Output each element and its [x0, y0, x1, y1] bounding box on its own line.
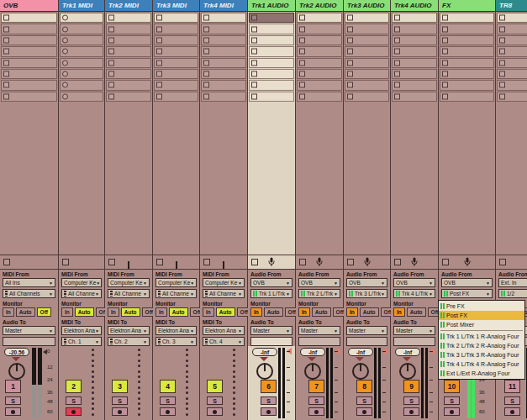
clip-slot-stop-button[interactable] — [394, 15, 400, 21]
clip-slot[interactable] — [106, 58, 151, 68]
clip-slot-stop-button[interactable] — [3, 82, 9, 88]
clip-slot-record-button[interactable] — [62, 49, 68, 55]
clip-slot-stop-button[interactable] — [156, 82, 162, 88]
menu-item[interactable]: Post Mixer — [439, 320, 524, 329]
clip-slot-stop-button[interactable] — [108, 15, 114, 21]
clip-slot-stop-button[interactable] — [299, 26, 305, 32]
clip-slot[interactable] — [60, 24, 103, 34]
input-channel-chooser[interactable]: Trk 4 L/Trk ▼ — [393, 289, 435, 298]
clip-slot[interactable] — [297, 58, 342, 68]
track-header[interactable]: Trk2 AUDIO — [296, 0, 343, 12]
track-header[interactable]: Trk4 MIDI — [200, 0, 247, 12]
stop-all-clips-button[interactable] — [499, 259, 506, 265]
clip-slot[interactable] — [392, 46, 437, 56]
clip-slot-stop-button[interactable] — [108, 71, 114, 77]
clip-slot-stop-button[interactable] — [203, 37, 209, 43]
clip-slot[interactable] — [497, 80, 527, 90]
clip-slot-stop-button[interactable] — [203, 15, 209, 21]
clip-slot[interactable] — [345, 24, 389, 34]
solo-button[interactable]: S — [112, 396, 128, 405]
pan-knob[interactable] — [304, 363, 321, 380]
solo-button[interactable]: S — [504, 396, 520, 405]
track-activator-button[interactable]: 5 — [207, 380, 223, 393]
track-activator-button[interactable]: 8 — [356, 380, 372, 393]
monitor-auto-button[interactable]: Auto — [264, 307, 283, 317]
clip-slot[interactable] — [440, 58, 494, 68]
monitor-auto-button[interactable]: Auto — [169, 307, 188, 317]
clip-slot[interactable] — [154, 69, 198, 79]
track-header[interactable]: OVB — [0, 0, 58, 12]
track-header[interactable]: Trk1 AUDIO — [248, 0, 295, 12]
arm-button[interactable] — [403, 407, 419, 416]
track-header[interactable]: Trk1 MIDI — [59, 0, 104, 12]
volume-display[interactable]: -20.56 — [4, 348, 29, 356]
arm-button[interactable] — [112, 407, 128, 416]
clip-slot-stop-button[interactable] — [251, 93, 257, 99]
clip-slot[interactable] — [440, 92, 494, 102]
clip-slot-stop-button[interactable] — [442, 71, 448, 77]
clip-slot[interactable] — [440, 46, 494, 56]
clip-slot[interactable] — [201, 69, 246, 79]
stop-all-clips-button[interactable] — [347, 259, 354, 265]
solo-button[interactable]: S — [444, 396, 460, 405]
clip-slot-stop-button[interactable] — [156, 26, 162, 32]
monitor-auto-button[interactable]: Auto — [16, 307, 35, 317]
input-type-chooser[interactable]: OVB ▼ — [393, 278, 435, 287]
stop-all-clips-button[interactable] — [442, 259, 449, 265]
solo-button[interactable]: S — [308, 396, 324, 405]
clip-slot-stop-button[interactable] — [203, 26, 209, 32]
arm-button[interactable] — [308, 407, 324, 416]
clip-slot-stop-button[interactable] — [156, 60, 162, 66]
stop-all-clips-button[interactable] — [203, 259, 210, 265]
monitor-in-button[interactable]: In — [393, 307, 405, 317]
clip-slot-stop-button[interactable] — [394, 60, 400, 66]
clip-slot[interactable] — [345, 13, 389, 23]
clip-slot[interactable] — [249, 58, 294, 68]
clip-slot[interactable] — [497, 24, 527, 34]
clip-slot[interactable] — [154, 35, 198, 45]
clip-slot[interactable] — [1, 69, 57, 79]
clip-slot[interactable] — [440, 13, 494, 23]
input-type-chooser[interactable]: Computer Ke ▼ — [203, 278, 245, 287]
input-type-chooser[interactable]: Computer Ke ▼ — [108, 278, 150, 287]
clip-slot[interactable] — [201, 13, 246, 23]
monitor-in-button[interactable]: In — [346, 307, 358, 317]
empty-routing-slot[interactable] — [346, 337, 387, 346]
monitor-auto-button[interactable]: Auto — [360, 307, 379, 317]
clip-slot[interactable] — [297, 35, 342, 45]
menu-item[interactable]: Post FX — [439, 311, 524, 320]
clip-slot[interactable] — [1, 24, 57, 34]
clip-slot[interactable] — [106, 13, 151, 23]
solo-button[interactable]: S — [261, 396, 277, 405]
input-type-chooser[interactable]: Computer Ke ▼ — [155, 278, 197, 287]
menu-item[interactable]: Trk 2 L/Trk 2 R-Analog Four — [439, 341, 524, 350]
clip-slot[interactable] — [106, 80, 151, 90]
clip-slot[interactable] — [392, 24, 437, 34]
clip-slot[interactable] — [345, 35, 389, 45]
clip-slot[interactable] — [497, 46, 527, 56]
clip-slot-stop-button[interactable] — [499, 49, 505, 55]
clip-slot[interactable] — [297, 69, 342, 79]
output-chooser[interactable]: Elektron Ana ▼ — [203, 326, 245, 335]
output-chooser[interactable]: Master ▼ — [250, 326, 292, 335]
clip-slot-stop-button[interactable] — [394, 71, 400, 77]
clip-slot[interactable] — [60, 35, 103, 45]
clip-slot-stop-button[interactable] — [3, 71, 9, 77]
clip-slot-stop-button[interactable] — [251, 37, 257, 43]
solo-button[interactable]: S — [403, 396, 419, 405]
midi-channel-chooser[interactable]: Ch. 4▼ — [203, 337, 245, 346]
arm-button[interactable] — [207, 407, 223, 416]
menu-item[interactable]: Pre FX — [439, 302, 524, 311]
clip-slot[interactable] — [201, 35, 246, 45]
clip-slot-stop-button[interactable] — [394, 26, 400, 32]
clip-slot-stop-button[interactable] — [299, 15, 305, 21]
output-chooser[interactable]: Master ▼ — [3, 326, 55, 335]
clip-slot-stop-button[interactable] — [442, 49, 448, 55]
volume-display[interactable]: -Inf — [395, 348, 420, 356]
solo-button[interactable]: S — [356, 396, 372, 405]
clip-slot-stop-button[interactable] — [251, 15, 257, 21]
clip-slot-stop-button[interactable] — [251, 49, 257, 55]
clip-slot-stop-button[interactable] — [499, 71, 505, 77]
clip-slot[interactable] — [1, 92, 57, 102]
clip-slot[interactable] — [297, 80, 342, 90]
